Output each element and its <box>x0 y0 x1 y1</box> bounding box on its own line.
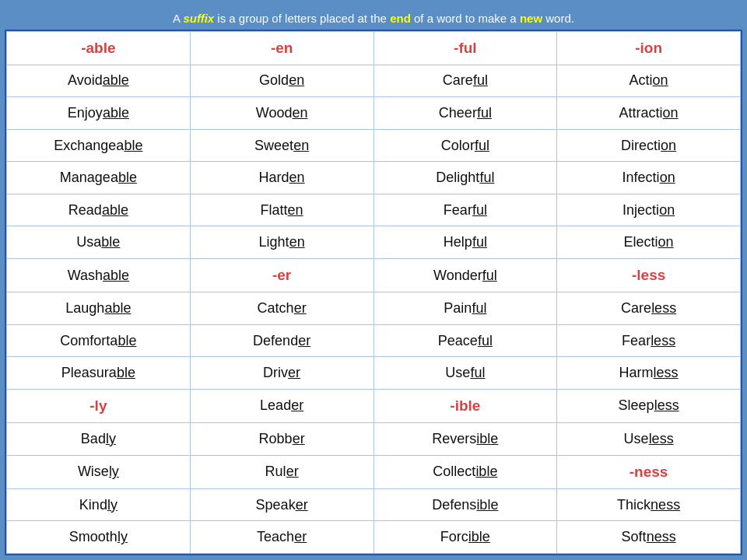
table-cell: -ible <box>374 389 557 422</box>
table-row: ReadableFlattenFearfulInjection <box>7 194 741 226</box>
table-cell: Leader <box>190 389 374 422</box>
end-highlight: end <box>390 12 411 25</box>
table-cell: Smoothly <box>7 521 191 554</box>
table-row: ComfortableDefenderPeacefulFearless <box>7 324 741 357</box>
table-cell: Helpful <box>374 226 557 259</box>
table-cell: Election <box>557 226 741 259</box>
table-cell: Lighten <box>190 226 374 259</box>
table-cell: Attraction <box>557 97 741 130</box>
table-cell: -less <box>557 259 741 292</box>
table-cell: Softness <box>557 521 741 554</box>
suffix-highlight: suffix <box>183 12 214 25</box>
table-row: Washable-erWonderful-less <box>7 259 741 292</box>
table-cell: Painful <box>374 292 557 325</box>
subtitle: A suffix is a group of letters placed at… <box>8 11 739 26</box>
word-table: -able-en-ful-ionAvoidableGoldenCarefulAc… <box>6 31 741 555</box>
table-row: EnjoyableWoodenCheerfulAttraction <box>7 97 741 130</box>
table-cell: Enjoyable <box>7 97 191 130</box>
table-cell: Wooden <box>190 97 374 130</box>
table-cell: Thickness <box>557 488 741 521</box>
table-cell: Useful <box>374 357 557 390</box>
table-row: UsableLightenHelpfulElection <box>7 226 741 259</box>
table-cell: Speaker <box>190 488 374 521</box>
table-cell: Sleepless <box>557 389 741 422</box>
table-cell: Wisely <box>7 455 191 488</box>
table-cell: Careful <box>374 65 557 97</box>
table-row: LaughableCatcherPainfulCareless <box>7 292 741 325</box>
table-cell: Harden <box>190 162 374 194</box>
table-cell: Peaceful <box>374 324 557 357</box>
table-cell: Forcible <box>374 521 557 554</box>
column-header-0: -able <box>7 31 191 65</box>
table-cell: -er <box>190 259 374 292</box>
table-cell: Action <box>557 65 741 97</box>
table-row: BadlyRobberReversibleUseless <box>7 423 741 456</box>
table-cell: Defensible <box>374 488 557 521</box>
table-cell: Usable <box>7 226 191 259</box>
table-row: KindlySpeakerDefensibleThickness <box>7 488 741 521</box>
table-cell: Golden <box>190 65 374 97</box>
table-cell: -ly <box>7 389 191 422</box>
table-cell: Fearless <box>557 324 741 357</box>
table-cell: Fearful <box>374 194 557 226</box>
table-cell: Teacher <box>190 521 374 554</box>
table-cell: Defender <box>190 324 374 357</box>
table-row: SmoothlyTeacherForcibleSoftness <box>7 521 741 554</box>
table-cell: Readable <box>7 194 191 226</box>
table-cell: Pleasurable <box>7 357 191 390</box>
column-header-3: -ion <box>557 31 741 65</box>
column-header-1: -en <box>190 31 374 65</box>
table-cell: Direction <box>557 129 741 162</box>
table-cell: Catcher <box>190 292 374 325</box>
table-cell: Wonderful <box>374 259 557 292</box>
table-cell: Injection <box>557 194 741 226</box>
table-row: WiselyRulerCollectible-ness <box>7 455 741 488</box>
table-cell: Badly <box>7 423 191 456</box>
table-cell: Driver <box>190 357 374 390</box>
table-cell: Laughable <box>7 292 191 325</box>
table-cell: Washable <box>7 259 191 292</box>
table-cell: Reversible <box>374 423 557 456</box>
table-cell: Kindly <box>7 488 191 521</box>
table-row: -lyLeader-ibleSleepless <box>7 389 741 422</box>
table-cell: Manageable <box>7 162 191 194</box>
table-cell: Infection <box>557 162 741 194</box>
word-table-wrapper: -able-en-ful-ionAvoidableGoldenCarefulAc… <box>5 30 742 556</box>
table-cell: Comfortable <box>7 324 191 357</box>
table-cell: Harmless <box>557 357 741 390</box>
table-row: ManageableHardenDelightfulInfection <box>7 162 741 194</box>
table-cell: Flatten <box>190 194 374 226</box>
table-cell: Useless <box>557 423 741 456</box>
table-cell: Colorful <box>374 129 557 162</box>
table-cell: Robber <box>190 423 374 456</box>
table-cell: Avoidable <box>7 65 191 97</box>
table-cell: Sweeten <box>190 129 374 162</box>
table-cell: Collectible <box>374 455 557 488</box>
new-highlight: new <box>520 12 542 25</box>
table-row: AvoidableGoldenCarefulAction <box>7 65 741 97</box>
table-row: PleasurableDriverUsefulHarmless <box>7 357 741 390</box>
table-row: ExchangeableSweetenColorfulDirection <box>7 129 741 162</box>
table-cell: -ness <box>557 455 741 488</box>
table-cell: Cheerful <box>374 97 557 130</box>
column-header-2: -ful <box>374 31 557 65</box>
table-cell: Delightful <box>374 162 557 194</box>
table-cell: Ruler <box>190 455 374 488</box>
page-container: A suffix is a group of letters placed at… <box>0 0 747 560</box>
header: A suffix is a group of letters placed at… <box>5 5 742 30</box>
table-cell: Exchangeable <box>7 129 191 162</box>
table-cell: Careless <box>557 292 741 325</box>
